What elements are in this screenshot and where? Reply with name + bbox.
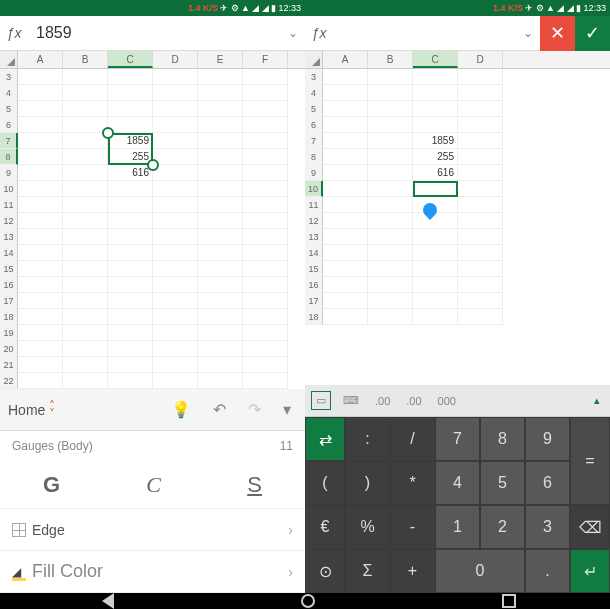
row-header[interactable]: 6 — [0, 117, 18, 133]
row-header[interactable]: 18 — [0, 309, 18, 325]
cell[interactable]: 616 — [108, 165, 153, 181]
row-header[interactable]: 10 — [0, 181, 18, 197]
key-enter[interactable]: ↵ — [570, 549, 610, 593]
row-header[interactable]: 13 — [305, 229, 323, 245]
cell[interactable]: 255 — [413, 149, 458, 165]
fx-expand-icon[interactable]: ⌄ — [281, 26, 305, 40]
row-header[interactable]: 9 — [0, 165, 18, 181]
lightbulb-icon[interactable]: 💡 — [165, 400, 197, 419]
key-euro[interactable]: € — [305, 505, 345, 549]
key-backspace[interactable]: ⌫ — [570, 505, 610, 549]
selection-handle[interactable] — [147, 159, 159, 171]
selection-handle[interactable] — [102, 127, 114, 139]
row-header[interactable]: 3 — [305, 69, 323, 85]
row-header[interactable]: 8 — [0, 149, 18, 165]
key-6[interactable]: 6 — [525, 461, 570, 505]
key-tab[interactable]: ⇄ — [305, 417, 345, 461]
row-header[interactable]: 21 — [0, 357, 18, 373]
row-header[interactable]: 5 — [0, 101, 18, 117]
key-lparen[interactable]: ( — [305, 461, 345, 505]
key-3[interactable]: 3 — [525, 505, 570, 549]
row-header[interactable]: 15 — [305, 261, 323, 277]
collapse-icon[interactable]: ▾ — [277, 400, 297, 419]
font-row[interactable]: Gauges (Body)11 — [0, 431, 305, 461]
mode-numeric-icon[interactable]: ▭ — [311, 391, 331, 410]
row-header[interactable]: 14 — [0, 245, 18, 261]
row-header[interactable]: 16 — [305, 277, 323, 293]
undo-icon[interactable]: ↶ — [207, 400, 232, 419]
row-header[interactable]: 7 — [305, 133, 323, 149]
thousands-icon[interactable]: 000 — [434, 393, 460, 409]
key-star[interactable]: * — [390, 461, 435, 505]
key-rparen[interactable]: ) — [345, 461, 390, 505]
increase-decimal-icon[interactable]: .00 — [402, 393, 425, 409]
row-header[interactable]: 7 — [0, 133, 18, 149]
key-sigma[interactable]: Σ — [345, 549, 390, 593]
decrease-decimal-icon[interactable]: .00 — [371, 393, 394, 409]
cancel-button[interactable]: ✕ — [540, 16, 575, 51]
row-header[interactable]: 4 — [305, 85, 323, 101]
fill-color-menu[interactable]: Fill Color› — [0, 551, 305, 593]
spreadsheet-grid[interactable]: A B C D 3 4 5 6 7 8 9 10 11 12 13 14 15 … — [305, 51, 610, 385]
row-header[interactable]: 19 — [0, 325, 18, 341]
col-header[interactable]: C — [108, 51, 153, 68]
italic-button[interactable]: C — [146, 472, 161, 498]
row-header[interactable]: 8 — [305, 149, 323, 165]
row-header[interactable]: 17 — [0, 293, 18, 309]
row-header[interactable]: 11 — [0, 197, 18, 213]
key-minus[interactable]: - — [390, 505, 435, 549]
col-header[interactable]: E — [198, 51, 243, 68]
row-header[interactable]: 3 — [0, 69, 18, 85]
col-header[interactable]: D — [153, 51, 198, 68]
key-plus[interactable]: + — [390, 549, 435, 593]
col-header[interactable]: B — [368, 51, 413, 68]
row-header[interactable]: 10 — [305, 181, 323, 197]
bold-button[interactable]: G — [43, 472, 60, 498]
home-button[interactable] — [301, 594, 315, 608]
cell[interactable]: 616 — [413, 165, 458, 181]
key-0[interactable]: 0 — [435, 549, 525, 593]
row-header[interactable]: 22 — [0, 373, 18, 389]
row-header[interactable]: 18 — [305, 309, 323, 325]
cell[interactable]: 1859 — [108, 133, 153, 149]
select-all-corner[interactable] — [0, 51, 18, 68]
col-header[interactable]: A — [323, 51, 368, 68]
key-7[interactable]: 7 — [435, 417, 480, 461]
key-dot[interactable]: . — [525, 549, 570, 593]
redo-icon[interactable]: ↷ — [242, 400, 267, 419]
formula-input[interactable]: 1859 — [28, 24, 281, 42]
key-target[interactable]: ⊙ — [305, 549, 345, 593]
collapse-keypad-icon[interactable]: ▴ — [590, 392, 604, 409]
row-header[interactable]: 11 — [305, 197, 323, 213]
row-header[interactable]: 17 — [305, 293, 323, 309]
key-9[interactable]: 9 — [525, 417, 570, 461]
row-header[interactable]: 13 — [0, 229, 18, 245]
col-header[interactable]: F — [243, 51, 288, 68]
col-header[interactable]: C — [413, 51, 458, 68]
row-header[interactable]: 6 — [305, 117, 323, 133]
back-button[interactable] — [94, 593, 114, 609]
key-percent[interactable]: % — [345, 505, 390, 549]
key-colon[interactable]: : — [345, 417, 390, 461]
edge-menu[interactable]: Edge› — [0, 509, 305, 551]
key-equals[interactable]: = — [570, 417, 610, 505]
row-header[interactable]: 12 — [0, 213, 18, 229]
key-5[interactable]: 5 — [480, 461, 525, 505]
row-header[interactable]: 20 — [0, 341, 18, 357]
home-dropdown[interactable]: Home˄˅ — [8, 402, 55, 418]
cell[interactable]: 1859 — [413, 133, 458, 149]
col-header[interactable]: D — [458, 51, 503, 68]
row-header[interactable]: 9 — [305, 165, 323, 181]
row-header[interactable]: 4 — [0, 85, 18, 101]
row-header[interactable]: 5 — [305, 101, 323, 117]
key-8[interactable]: 8 — [480, 417, 525, 461]
key-2[interactable]: 2 — [480, 505, 525, 549]
confirm-button[interactable]: ✓ — [575, 16, 610, 51]
row-header[interactable]: 16 — [0, 277, 18, 293]
key-4[interactable]: 4 — [435, 461, 480, 505]
row-header[interactable]: 14 — [305, 245, 323, 261]
select-all-corner[interactable] — [305, 51, 323, 68]
col-header[interactable]: B — [63, 51, 108, 68]
row-header[interactable]: 12 — [305, 213, 323, 229]
mode-keyboard-icon[interactable]: ⌨ — [339, 392, 363, 409]
